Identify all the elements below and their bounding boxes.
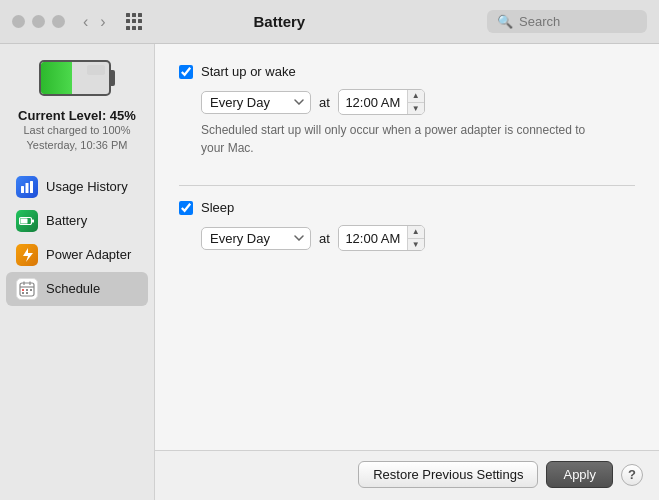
startup-day-select[interactable]: Every Day Weekdays Weekends [201,91,311,114]
sleep-section: Sleep Every Day Weekdays Weekends at ▲ [179,200,635,251]
schedule-content: Start up or wake Every Day Weekdays Week… [155,44,659,450]
startup-checkbox[interactable] [179,65,193,79]
close-button[interactable] [12,15,25,28]
sleep-day-select[interactable]: Every Day Weekdays Weekends [201,227,311,250]
sleep-checkbox-row: Sleep [179,200,635,215]
svg-rect-13 [22,292,24,294]
battery-icon-visual [39,60,115,96]
startup-label[interactable]: Start up or wake [201,64,296,79]
sleep-controls: Every Day Weekdays Weekends at ▲ ▼ [201,225,635,251]
battery-fill [41,62,72,94]
sleep-time-control: ▲ ▼ [338,225,425,251]
startup-time-down[interactable]: ▼ [408,103,424,115]
svg-rect-10 [22,289,24,291]
svg-rect-5 [32,219,34,222]
svg-rect-12 [30,289,32,291]
sidebar-item-label: Power Adapter [46,247,131,262]
startup-checkbox-row: Start up or wake [179,64,635,79]
sidebar-item-label: Battery [46,213,87,228]
svg-rect-0 [21,186,24,193]
battery-level-text: Current Level: 45% [18,108,136,123]
battery-body [39,60,111,96]
maximize-button[interactable] [52,15,65,28]
sleep-time-input[interactable] [339,228,407,249]
battery-nav-icon [16,210,38,232]
sidebar-item-label: Usage History [46,179,128,194]
sidebar-item-label: Schedule [46,281,100,296]
startup-time-stepper: ▲ ▼ [407,90,424,114]
bar-chart-icon [16,176,38,198]
calendar-icon [16,278,38,300]
window-title: Battery [72,13,487,30]
sidebar-item-battery[interactable]: Battery [6,204,148,238]
sidebar-item-schedule[interactable]: Schedule [6,272,148,306]
startup-section: Start up or wake Every Day Weekdays Week… [179,64,635,157]
sleep-time-stepper: ▲ ▼ [407,226,424,250]
sleep-at-label: at [319,231,330,246]
section-divider [179,185,635,186]
titlebar: ‹ › Battery 🔍 [0,0,659,44]
apply-button[interactable]: Apply [546,461,613,488]
startup-time-control: ▲ ▼ [338,89,425,115]
search-box[interactable]: 🔍 [487,10,647,33]
startup-time-up[interactable]: ▲ [408,90,424,102]
battery-shine [87,65,105,75]
svg-rect-2 [30,181,33,193]
startup-note: Scheduled start up will only occur when … [201,121,601,157]
last-charged-text: Last charged to 100% Yesterday, 10:36 PM [23,123,130,154]
sleep-label[interactable]: Sleep [201,200,234,215]
sidebar-item-power-adapter[interactable]: Power Adapter [6,238,148,272]
search-icon: 🔍 [497,14,513,29]
sleep-time-down[interactable]: ▼ [408,239,424,251]
search-input[interactable] [519,14,637,29]
svg-rect-1 [26,183,29,193]
minimize-button[interactable] [32,15,45,28]
sleep-checkbox[interactable] [179,201,193,215]
traffic-lights [12,15,65,28]
bolt-icon [16,244,38,266]
help-button[interactable]: ? [621,464,643,486]
main-area: Current Level: 45% Last charged to 100% … [0,44,659,500]
sidebar-item-usage-history[interactable]: Usage History [6,170,148,204]
svg-rect-4 [21,218,28,223]
svg-rect-11 [26,289,28,291]
bottom-bar: Restore Previous Settings Apply ? [155,450,659,500]
startup-time-input[interactable] [339,92,407,113]
svg-rect-14 [26,292,28,294]
restore-button[interactable]: Restore Previous Settings [358,461,538,488]
startup-at-label: at [319,95,330,110]
sidebar-nav: Usage History Battery [0,170,154,306]
sidebar: Current Level: 45% Last charged to 100% … [0,44,155,500]
startup-controls: Every Day Weekdays Weekends at ▲ ▼ [201,89,635,115]
sleep-time-up[interactable]: ▲ [408,226,424,238]
